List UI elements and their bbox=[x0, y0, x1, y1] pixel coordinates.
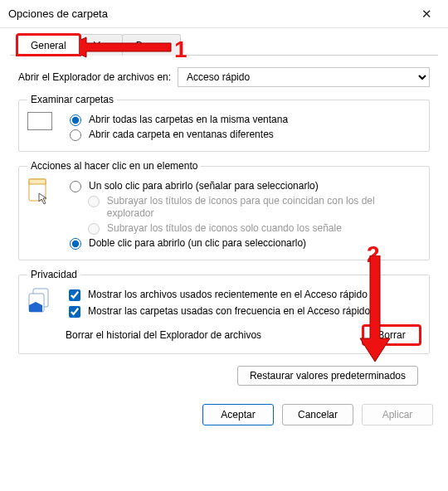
svg-rect-1 bbox=[29, 179, 46, 184]
click-items-icon bbox=[27, 178, 57, 251]
clear-history-label: Borrar el historial del Explorador de ar… bbox=[66, 329, 349, 341]
check-frequent-folders-label: Mostrar las carpetas usadas con frecuenc… bbox=[88, 305, 370, 318]
ok-button[interactable]: Aceptar bbox=[202, 404, 274, 425]
radio-single-click-label: Un solo clic para abrirlo (señalar para … bbox=[89, 180, 319, 193]
radio-same-window[interactable]: Abrir todas las carpetas en la misma ven… bbox=[66, 114, 421, 127]
tab-buscar[interactable]: Buscar bbox=[122, 34, 181, 56]
tab-panel-general: Abrir el Explorador de archivos en: Acce… bbox=[10, 55, 438, 392]
annotation-number-2: 2 bbox=[367, 241, 380, 268]
radio-double-click-input[interactable] bbox=[70, 238, 81, 250]
tab-ver[interactable]: Ver bbox=[80, 34, 123, 56]
check-frequent-folders[interactable]: Mostrar las carpetas usadas con frecuenc… bbox=[66, 305, 421, 320]
privacy-legend: Privacidad bbox=[27, 269, 80, 280]
radio-double-click-label: Doble clic para abrirlo (un clic para se… bbox=[89, 237, 306, 250]
radio-underline-browser: Subrayar los títulos de iconos para que … bbox=[84, 195, 421, 221]
radio-underline-browser-input bbox=[88, 196, 100, 207]
restore-defaults-row: Restaurar valores predeterminados bbox=[18, 362, 430, 386]
radio-underline-hover-input bbox=[88, 223, 100, 235]
open-in-row: Abrir el Explorador de archivos en: Acce… bbox=[18, 67, 430, 87]
tab-strip: General Ver Buscar bbox=[0, 28, 448, 55]
radio-single-click-input[interactable] bbox=[70, 181, 81, 192]
check-recent-files-input[interactable] bbox=[69, 289, 80, 301]
radio-underline-hover-label: Subrayar los títulos de iconos solo cuan… bbox=[107, 222, 342, 236]
tab-general[interactable]: General bbox=[17, 34, 80, 56]
radio-new-window-label: Abrir cada carpeta en ventanas diferente… bbox=[89, 129, 274, 142]
restore-defaults-button[interactable]: Restaurar valores predeterminados bbox=[237, 366, 418, 386]
radio-same-window-label: Abrir todas las carpetas en la misma ven… bbox=[89, 114, 288, 127]
close-button[interactable]: ✕ bbox=[408, 2, 445, 27]
radio-new-window-input[interactable] bbox=[70, 129, 81, 141]
group-privacy: Privacidad Mostrar los archivos usados r… bbox=[18, 269, 430, 354]
privacy-icon bbox=[27, 287, 57, 345]
browse-folders-legend: Examinar carpetas bbox=[27, 94, 117, 105]
click-items-legend: Acciones al hacer clic en un elemento bbox=[27, 160, 201, 172]
folder-icon bbox=[27, 112, 57, 143]
radio-underline-hover: Subrayar los títulos de iconos solo cuan… bbox=[84, 222, 421, 236]
open-in-combo[interactable]: Acceso rápido bbox=[178, 67, 430, 87]
check-recent-files-label: Mostrar los archivos usados recientement… bbox=[88, 289, 368, 302]
radio-new-window[interactable]: Abrir cada carpeta en ventanas diferente… bbox=[66, 129, 421, 142]
check-frequent-folders-input[interactable] bbox=[69, 306, 80, 318]
group-browse-folders: Examinar carpetas Abrir todas las carpet… bbox=[18, 94, 430, 152]
open-in-label: Abrir el Explorador de archivos en: bbox=[18, 71, 171, 83]
radio-same-window-input[interactable] bbox=[70, 114, 81, 126]
cancel-button[interactable]: Cancelar bbox=[282, 404, 353, 425]
check-recent-files[interactable]: Mostrar los archivos usados recientement… bbox=[66, 289, 421, 304]
radio-single-click[interactable]: Un solo clic para abrirlo (señalar para … bbox=[66, 180, 421, 193]
dialog-buttons: Aceptar Cancelar Aplicar bbox=[0, 392, 448, 437]
apply-button[interactable]: Aplicar bbox=[362, 404, 433, 425]
close-icon: ✕ bbox=[421, 7, 432, 22]
annotation-number-1: 1 bbox=[174, 36, 187, 63]
window-title: Opciones de carpeta bbox=[8, 7, 408, 20]
radio-underline-browser-label: Subrayar los títulos de iconos para que … bbox=[107, 195, 421, 221]
clear-history-button[interactable]: Borrar bbox=[363, 325, 421, 345]
titlebar: Opciones de carpeta ✕ bbox=[0, 0, 448, 28]
